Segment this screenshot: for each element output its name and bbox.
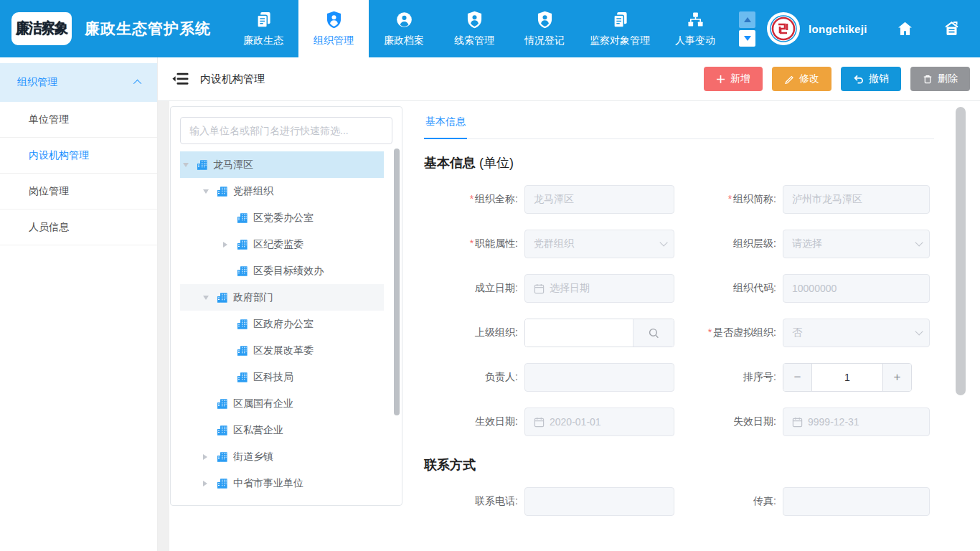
- sidebar-item-renyuan-xinxi[interactable]: 人员信息: [0, 209, 157, 245]
- tree-node[interactable]: 区党委办公室: [180, 204, 384, 231]
- nav-tab-lianzheng-dangan[interactable]: 廉政档案: [369, 0, 439, 57]
- section-title-basic: 基本信息 (单位): [424, 154, 934, 171]
- avatar[interactable]: [767, 12, 800, 45]
- nav-tab-jiancha-duixiang[interactable]: 监察对象管理: [580, 0, 660, 57]
- building-icon: [217, 186, 228, 197]
- nav-tab-qingkuang-dengji[interactable]: 情况登记: [509, 0, 580, 57]
- username[interactable]: longchikeji: [809, 23, 867, 35]
- trash-icon: [923, 74, 933, 85]
- caret-collapsed-icon[interactable]: [203, 481, 217, 486]
- building-icon: [237, 239, 248, 250]
- building-icon: [217, 425, 228, 436]
- nav-tab-label: 情况登记: [524, 34, 565, 47]
- section-title-contact: 联系方式: [424, 456, 934, 474]
- tree-scrollbar[interactable]: [394, 149, 400, 415]
- nav-tab-label: 监察对象管理: [590, 34, 650, 47]
- building-icon: [237, 372, 248, 383]
- parent-org-search-button[interactable]: [633, 319, 674, 347]
- field-function-attr: *职能属性: 党群组织: [424, 230, 680, 258]
- nav-tab-lianzheng-shengtai[interactable]: 廉政生态: [228, 0, 298, 57]
- tree-search-input[interactable]: [180, 117, 392, 144]
- field-leader: 负责人:: [424, 363, 680, 392]
- tree-node[interactable]: 区委目标绩效办: [180, 258, 384, 284]
- home-icon[interactable]: [896, 20, 914, 37]
- field-sort-no: 排序号: − 1 +: [680, 363, 934, 392]
- caret-collapsed-icon[interactable]: [223, 242, 237, 248]
- required-mark: *: [470, 193, 473, 204]
- caret-collapsed-icon[interactable]: [203, 454, 217, 460]
- sidebar-item-danwei-guanli[interactable]: 单位管理: [0, 102, 157, 138]
- collapse-icon[interactable]: [172, 72, 189, 85]
- calendar-icon: [534, 417, 545, 428]
- avatar-seal-icon: [769, 14, 798, 43]
- app-logo-text: 廉洁察象: [16, 19, 67, 39]
- sidebar: 组织管理 单位管理 内设机构管理 岗位管理 人员信息: [0, 57, 158, 551]
- archive-icon[interactable]: [943, 20, 961, 37]
- app-header: 廉洁察象 廉政生态管护系统 廉政生态 组织管理 廉政档案 线索管理 情况登记 监…: [0, 0, 980, 57]
- content: 龙马潭区 党群组织 区党委办公室 区纪委: [158, 101, 980, 551]
- undo-button[interactable]: 撤销: [841, 67, 901, 91]
- function-attr-select: 党群组织: [524, 230, 674, 258]
- nav-scroll-up-button[interactable]: [739, 11, 755, 28]
- edit-button[interactable]: 修改: [772, 67, 831, 91]
- documents-icon: [612, 11, 628, 29]
- parent-org-search: [524, 319, 674, 347]
- main-area: 内设机构管理 新增 修改 撤销 删除: [158, 57, 980, 551]
- caret-expanded-icon[interactable]: [203, 296, 217, 300]
- sidebar-item-neishe-jigou[interactable]: 内设机构管理: [0, 138, 157, 174]
- field-org-level: 组织层级: 请选择: [680, 230, 934, 258]
- field-effective-date: 生效日期: 2020-01-01: [424, 408, 680, 436]
- required-mark: *: [728, 193, 732, 204]
- tree-node[interactable]: 政府部门: [180, 284, 384, 311]
- stepper-decrease-button[interactable]: −: [783, 364, 812, 391]
- user-circle-icon: [396, 11, 413, 29]
- parent-org-input[interactable]: [525, 319, 633, 347]
- sidebar-group-zuzhi-guanli[interactable]: 组织管理: [0, 63, 157, 102]
- nav-tab-label: 廉政生态: [243, 34, 283, 47]
- sidebar-item-gangwei-guanli[interactable]: 岗位管理: [0, 174, 157, 209]
- nav-tab-label: 廉政档案: [384, 34, 424, 47]
- field-virtual-org: *是否虚拟组织: 否: [680, 319, 934, 347]
- tree-node[interactable]: 区属国有企业: [180, 390, 384, 417]
- effective-date-input: 2020-01-01: [524, 408, 674, 436]
- main-scrollbar[interactable]: [956, 107, 966, 395]
- nav-scroll-down-button[interactable]: [739, 30, 755, 47]
- tree-node[interactable]: 龙马潭区: [180, 151, 384, 178]
- add-button[interactable]: 新增: [704, 67, 763, 91]
- tree-node[interactable]: 街道乡镇: [180, 443, 384, 470]
- delete-button[interactable]: 删除: [910, 67, 970, 91]
- tree-node[interactable]: 区私营企业: [180, 417, 384, 443]
- nav-tab-renshi-biandong[interactable]: 人事变动: [660, 0, 730, 57]
- search-icon: [648, 327, 660, 339]
- tree-node[interactable]: 区政府办公室: [180, 311, 384, 337]
- nav-tab-label: 线索管理: [454, 34, 494, 47]
- building-icon: [197, 159, 208, 171]
- app-logo-seal: 廉洁察象: [11, 12, 72, 45]
- sidebar-item-label: 单位管理: [29, 113, 69, 126]
- org-chart-icon: [687, 11, 704, 29]
- caret-expanded-icon[interactable]: [203, 189, 217, 194]
- tree-node[interactable]: 中省市事业单位: [180, 470, 384, 496]
- toolbar-buttons: 新增 修改 撤销 删除: [704, 67, 970, 91]
- fax-input: [783, 487, 930, 516]
- nav-tab-zuzhi-guanli[interactable]: 组织管理: [298, 0, 369, 57]
- shield-user-icon: [466, 11, 483, 29]
- caret-expanded-icon[interactable]: [183, 163, 197, 167]
- app-title: 廉政生态管护系统: [85, 19, 211, 39]
- sidebar-group-label: 组织管理: [17, 76, 57, 89]
- tree-node[interactable]: 党群组织: [180, 178, 384, 204]
- chevron-up-icon: [133, 80, 141, 88]
- pencil-icon: [784, 74, 794, 84]
- tree-node[interactable]: 区发展改革委: [180, 337, 384, 364]
- stepper-value[interactable]: 1: [812, 364, 882, 391]
- shield-user-icon: [326, 11, 342, 29]
- org-tree-panel: 龙马潭区 党群组织 区党委办公室 区纪委: [170, 106, 402, 506]
- nav-tab-xiansuo-guanli[interactable]: 线索管理: [439, 0, 509, 57]
- stepper-increase-button[interactable]: +: [882, 364, 911, 391]
- building-icon: [217, 451, 228, 463]
- calendar-icon: [792, 417, 803, 428]
- tree-node[interactable]: 区纪委监委: [180, 231, 384, 258]
- chevron-down-icon: [659, 238, 667, 246]
- tree-node[interactable]: 区科技局: [180, 364, 384, 390]
- tab-basic-info[interactable]: 基本信息: [424, 111, 467, 139]
